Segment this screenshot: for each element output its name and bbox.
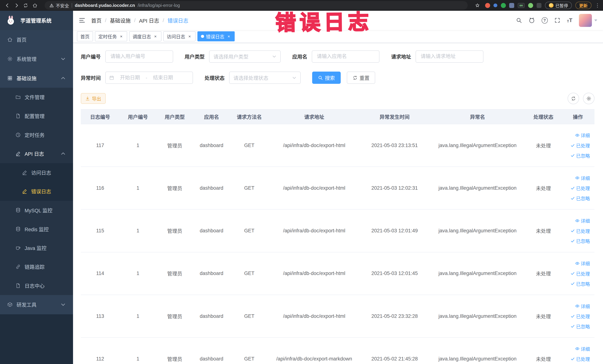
- sidebar-toggle-button[interactable]: [79, 17, 85, 23]
- tab-label: 调度日志: [133, 33, 151, 40]
- detail-link[interactable]: 详细: [575, 175, 590, 181]
- extension-icon-5[interactable]: [528, 3, 533, 8]
- search-icon: [516, 17, 522, 23]
- request-url-input[interactable]: [416, 50, 483, 63]
- clock-icon: [15, 132, 21, 138]
- sidebar-item-file-manage[interactable]: 文件管理: [0, 88, 73, 107]
- mark-ignored-link[interactable]: 已忽略: [570, 195, 590, 201]
- tab-scheduled-job[interactable]: 定时任务: [95, 31, 127, 41]
- action-label: 已处理: [576, 142, 590, 149]
- export-button[interactable]: 导出: [81, 93, 106, 104]
- process-status-select[interactable]: 请选择处理状态: [229, 71, 301, 84]
- tab-schedule-log[interactable]: 调度日志: [129, 31, 162, 41]
- sidebar-item-log-center[interactable]: 日志中心: [0, 276, 73, 295]
- extension-icon-2[interactable]: [493, 3, 497, 7]
- column-header: 用户类型: [156, 109, 193, 124]
- breadcrumb-api-log[interactable]: API 日志: [139, 17, 159, 24]
- browser-home-button[interactable]: [31, 1, 39, 10]
- browser-update-button[interactable]: 更新: [575, 2, 591, 9]
- mark-processed-link[interactable]: 已处理: [570, 270, 590, 277]
- mark-processed-link[interactable]: 已处理: [570, 142, 590, 149]
- cell-user-id: 1: [120, 252, 156, 295]
- sidebar-item-label: 配置管理: [25, 112, 66, 120]
- app-logo[interactable]: 芋道管理系统: [0, 11, 73, 30]
- detail-link[interactable]: 详细: [575, 217, 590, 224]
- document-icon: [15, 113, 21, 119]
- extension-icon-4[interactable]: [509, 3, 514, 8]
- browser-refresh-button[interactable]: [22, 1, 30, 10]
- detail-link[interactable]: 详细: [575, 132, 590, 139]
- sidebar-item-api-log[interactable]: API 日志: [0, 144, 73, 163]
- tab-error-log[interactable]: 错误日志: [197, 31, 235, 41]
- mark-ignored-link[interactable]: 已忽略: [570, 323, 590, 330]
- tab-home[interactable]: 首页: [77, 31, 93, 41]
- sidebar-item-dev-tools[interactable]: 研发工具: [0, 295, 73, 314]
- browser-menu-button[interactable]: ⋮: [595, 2, 600, 8]
- sidebar-item-redis-monitor[interactable]: Redis 监控: [0, 220, 73, 238]
- sidebar-item-system[interactable]: 系统管理: [0, 49, 73, 69]
- fullscreen-button[interactable]: [554, 17, 560, 23]
- header-search-button[interactable]: [516, 17, 522, 23]
- sidebar-item-access-log[interactable]: 访问日志: [0, 163, 73, 182]
- action-label: 已忽略: [576, 280, 590, 287]
- breadcrumb-home[interactable]: 首页: [91, 17, 102, 24]
- sidebar-item-trace[interactable]: 链路追踪: [0, 257, 73, 276]
- sidebar-item-infra[interactable]: 基础设施: [0, 69, 73, 88]
- extension-on-badge[interactable]: on: [518, 3, 525, 8]
- tab-close-icon[interactable]: [187, 34, 192, 39]
- breadcrumb-infra[interactable]: 基础设施: [110, 17, 131, 24]
- mark-ignored-link[interactable]: 已忽略: [570, 280, 590, 287]
- detail-link[interactable]: 详细: [575, 303, 590, 309]
- paused-extension-pill[interactable]: 已暂停: [545, 2, 572, 9]
- user-type-select[interactable]: 请选择用户类型: [209, 50, 281, 63]
- app-name-input[interactable]: [312, 50, 380, 63]
- tab-access-log[interactable]: 访问日志: [163, 31, 196, 41]
- sidebar-item-scheduled-job[interactable]: 定时任务: [0, 125, 73, 144]
- cell-user-type: 管理员: [156, 124, 193, 167]
- action-label: 详细: [581, 175, 590, 181]
- detail-link[interactable]: 详细: [575, 345, 590, 352]
- user-id-input[interactable]: [105, 50, 173, 63]
- github-link-button[interactable]: [529, 17, 535, 23]
- extension-icon-1[interactable]: [485, 3, 490, 8]
- tab-close-icon[interactable]: [153, 34, 158, 39]
- action-label: 已忽略: [576, 323, 590, 330]
- address-bar[interactable]: 不安全 dashboard.yudao.iocoder.cn/infra/log…: [45, 1, 468, 10]
- mark-processed-link[interactable]: 已处理: [570, 185, 590, 191]
- sidebar-item-java-monitor[interactable]: Java 监控: [0, 238, 73, 257]
- help-button[interactable]: [542, 17, 548, 23]
- refresh-table-button[interactable]: [568, 93, 579, 104]
- mark-processed-link[interactable]: 已处理: [570, 355, 590, 362]
- question-icon: [542, 17, 548, 23]
- cell-app: dashboard: [193, 338, 230, 364]
- mark-processed-link[interactable]: 已处理: [570, 313, 590, 319]
- user-avatar: [579, 14, 592, 27]
- browser-forward-button[interactable]: [12, 1, 21, 10]
- active-dot-icon: [201, 35, 204, 38]
- mark-ignored-link[interactable]: 已忽略: [570, 152, 590, 159]
- column-header: 操作: [561, 109, 595, 124]
- search-button[interactable]: 搜索: [312, 71, 340, 84]
- font-size-button[interactable]: [567, 18, 572, 23]
- extension-icon-6[interactable]: [537, 3, 542, 8]
- mark-processed-link[interactable]: 已处理: [570, 227, 590, 234]
- sidebar-item-mysql-monitor[interactable]: MySQL 监控: [0, 201, 73, 220]
- reset-button[interactable]: 重置: [347, 71, 375, 84]
- security-indicator[interactable]: 不安全: [49, 2, 69, 9]
- tab-close-icon[interactable]: [119, 34, 124, 39]
- column-settings-button[interactable]: [583, 93, 594, 104]
- mark-ignored-link[interactable]: 已忽略: [570, 237, 590, 244]
- sidebar-item-home[interactable]: 首页: [0, 30, 73, 49]
- user-menu[interactable]: [579, 14, 597, 27]
- detail-link[interactable]: 详细: [575, 260, 590, 267]
- end-date-input[interactable]: [150, 75, 176, 81]
- main-area: 首页 / 基础设施 / API 日志 / 错误日志: [73, 11, 603, 364]
- tab-close-icon[interactable]: [226, 34, 231, 39]
- sidebar-item-config-manage[interactable]: 配置管理: [0, 107, 73, 126]
- start-date-input[interactable]: [116, 75, 143, 81]
- bookmark-star-button[interactable]: [473, 1, 482, 10]
- exception-time-range-picker[interactable]: -: [105, 71, 193, 84]
- extension-icon-3[interactable]: [501, 3, 506, 8]
- sidebar-item-error-log[interactable]: 错误日志: [0, 182, 73, 201]
- browser-back-button[interactable]: [3, 1, 12, 10]
